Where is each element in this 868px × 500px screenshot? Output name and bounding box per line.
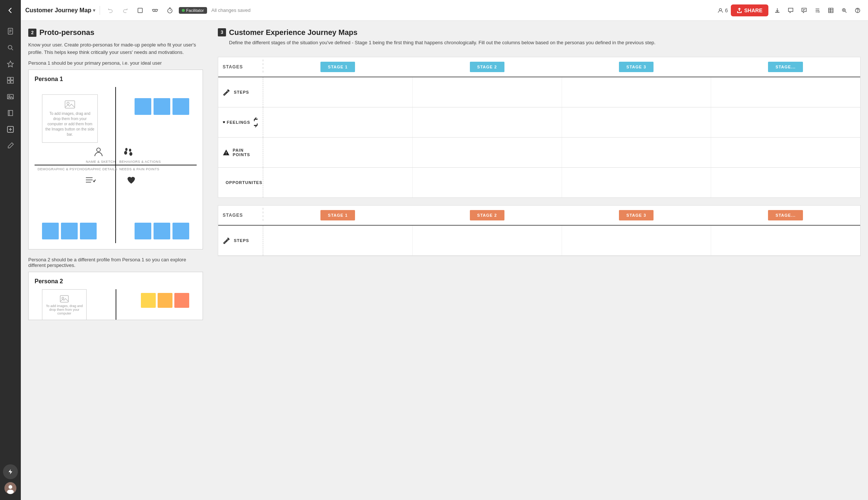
persona1-box-br-2[interactable] (154, 223, 170, 239)
stage2-1-badge[interactable]: STAGE 1 (320, 210, 355, 220)
opportunities-cell-3[interactable] (562, 168, 711, 197)
sidebar-page-icon[interactable] (3, 24, 18, 39)
sidebar-star-icon[interactable] (3, 57, 18, 71)
stage4-badge[interactable]: STAGE... (768, 62, 803, 72)
demographic-label: DEMOGRAPHIC & PSYCHOGRAPHIC DETAILS (38, 167, 117, 171)
painpoints-cell-2[interactable] (413, 138, 562, 167)
persona2-image-box[interactable]: To add images, drag and drop them from y… (42, 289, 87, 320)
feelings-cell-1[interactable] (263, 107, 413, 137)
stage4-cell: STAGE... (711, 60, 861, 74)
painpoints-cell-1[interactable] (263, 138, 413, 167)
persona1-box-br-3[interactable] (172, 223, 189, 239)
sidebar-pen-icon[interactable] (3, 138, 18, 153)
timer-button[interactable] (164, 4, 176, 16)
opportunities-cells-area (263, 168, 860, 197)
journey-spacer (218, 198, 861, 205)
persona1-box-1[interactable] (135, 98, 151, 115)
steps2-cell-1[interactable] (263, 226, 413, 255)
frame-button[interactable] (134, 4, 146, 16)
facilitator-badge[interactable]: Facilitator (179, 7, 207, 14)
svg-point-48 (67, 102, 69, 104)
stage3-badge[interactable]: STAGE 3 (619, 62, 654, 72)
steps-cell-3[interactable] (562, 77, 711, 107)
persona1-image-box[interactable]: To add images, drag and drop them from y… (42, 94, 98, 143)
stages-label-1: STAGES (218, 61, 263, 72)
painpoints-cell-3[interactable] (562, 138, 711, 167)
persona1-box-2[interactable] (154, 98, 170, 115)
sidebar-lightning-icon[interactable] (3, 464, 18, 479)
stage2-3-badge[interactable]: STAGE 3 (619, 210, 654, 220)
sidebar-grid-icon[interactable] (3, 73, 18, 88)
sidebar-back-icon[interactable] (3, 3, 18, 18)
painpoints-cell-4[interactable] (711, 138, 860, 167)
steps-cell-4[interactable] (711, 77, 860, 107)
persona1-box-br-1[interactable] (135, 223, 151, 239)
steps-cell-1[interactable] (263, 77, 413, 107)
undo-button[interactable] (104, 4, 116, 16)
download-button[interactable] (771, 4, 783, 16)
main-area: Customer Journey Map ▾ Facilitator All c… (21, 0, 868, 500)
steps2-cell-3[interactable] (562, 226, 711, 255)
section2-header: 2 Proto-personas (28, 28, 203, 37)
opportunities-cell-2[interactable] (413, 168, 562, 197)
svg-point-51 (129, 149, 131, 152)
opportunities-label-1: OPPORTUNITES (226, 180, 262, 185)
zoom-button[interactable] (838, 4, 850, 16)
redo-button[interactable] (119, 4, 131, 16)
sidebar-book-icon[interactable] (3, 106, 18, 120)
facilitator-dot (182, 9, 185, 12)
sidebar-search-icon[interactable] (3, 40, 18, 55)
journey1-painpoints-row: PAIN POINTS (218, 138, 860, 168)
journey1-stages-header: STAGES STAGE 1 STAGE 2 STAGE 3 (218, 57, 860, 77)
content-row-1: 2 Proto-personas Know your user. Create … (28, 28, 861, 328)
comment-button[interactable] (798, 4, 810, 16)
persona2-card[interactable]: Persona 2 To add images, drag and drop t… (28, 272, 203, 320)
persona2-box-3[interactable] (174, 293, 189, 308)
list-icon-button[interactable] (811, 4, 823, 16)
persona2-box-1[interactable] (141, 293, 156, 308)
stage1-cell: STAGE 1 (263, 60, 413, 74)
persona1-card[interactable]: Persona 1 To add images, drag and drop t… (28, 70, 203, 249)
persona1-box-3[interactable] (172, 98, 189, 115)
painpoints-label-1: PAIN POINTS (233, 148, 258, 157)
stage2-4-badge[interactable]: STAGE... (768, 210, 803, 220)
table-button[interactable] (825, 4, 837, 16)
feelings-cell-4[interactable] (711, 107, 860, 137)
spy-button[interactable] (149, 4, 161, 16)
share-button[interactable]: SHARE (731, 4, 768, 16)
svg-point-46 (858, 12, 858, 12)
opportunities-cell-1[interactable] (263, 168, 413, 197)
canvas-area[interactable]: 2 Proto-personas Know your user. Create … (21, 21, 868, 500)
svg-point-61 (226, 154, 226, 154)
persona2-box-2[interactable] (158, 293, 172, 308)
svg-point-21 (153, 9, 155, 12)
opportunities-cell-4[interactable] (711, 168, 860, 197)
document-title[interactable]: Customer Journey Map ▾ (25, 7, 95, 14)
user-avatar[interactable] (4, 482, 16, 494)
journey-map-1: STAGES STAGE 1 STAGE 2 STAGE 3 (218, 57, 861, 198)
persona1-label: Persona 1 should be your primary persona… (28, 60, 203, 66)
stage1-badge[interactable]: STAGE 1 (320, 62, 355, 72)
thumbs-icons (253, 117, 258, 128)
feelings-cell-3[interactable] (562, 107, 711, 137)
svg-line-63 (229, 239, 229, 239)
persona1-box-bl-2[interactable] (61, 223, 78, 239)
help-button[interactable] (852, 4, 864, 16)
chat-button[interactable] (785, 4, 797, 16)
svg-point-52 (124, 151, 127, 155)
steps2-cell-4[interactable] (711, 226, 860, 255)
sidebar-image-icon[interactable] (3, 89, 18, 104)
steps-cell-2[interactable] (413, 77, 562, 107)
person-icon-area (93, 146, 104, 158)
persona1-box-bl-3[interactable] (80, 223, 97, 239)
persona1-box-bl-1[interactable] (42, 223, 59, 239)
stages-label-2: STAGES (218, 210, 263, 221)
checklist-icon-area (86, 176, 96, 185)
steps-label-cell: STEPS (218, 77, 263, 107)
feelings-cell-2[interactable] (413, 107, 562, 137)
sidebar-add-icon[interactable] (3, 122, 18, 137)
stage2-2-badge[interactable]: STAGE 2 (470, 210, 504, 220)
stage2-badge[interactable]: STAGE 2 (470, 62, 504, 72)
persona1-diagram: To add images, drag and drop them from y… (35, 87, 197, 243)
steps2-cell-2[interactable] (413, 226, 562, 255)
